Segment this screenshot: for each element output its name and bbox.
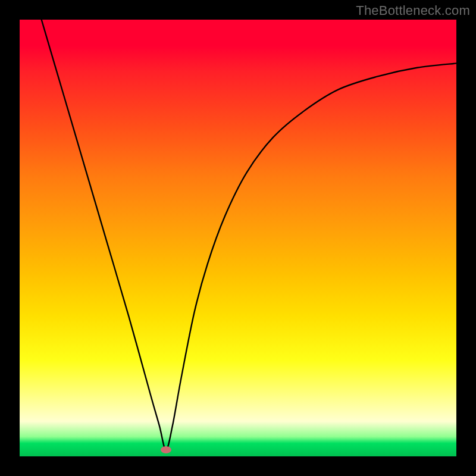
- plot-area: [20, 20, 456, 456]
- watermark-text: TheBottleneck.com: [356, 3, 470, 18]
- chart-frame: TheBottleneck.com: [0, 0, 476, 476]
- minimum-marker: [161, 446, 171, 453]
- bottleneck-curve: [20, 20, 456, 456]
